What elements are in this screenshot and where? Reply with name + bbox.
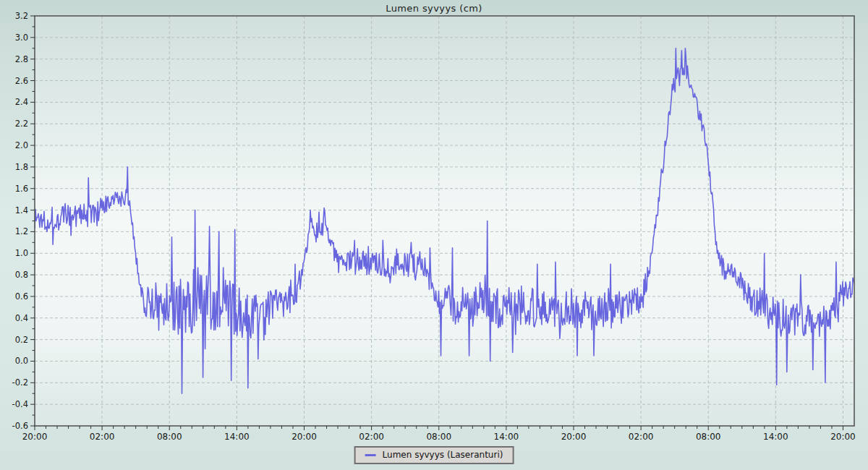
svg-text:1.4: 1.4: [15, 205, 28, 215]
chart-canvas: 20:0002:0008:0014:0020:0002:0008:0014:00…: [0, 0, 868, 470]
svg-text:0.0: 0.0: [15, 356, 28, 366]
svg-text:08:00: 08:00: [157, 432, 182, 442]
svg-text:1.0: 1.0: [15, 248, 28, 258]
svg-text:14:00: 14:00: [494, 432, 519, 442]
svg-text:0.4: 0.4: [15, 313, 28, 323]
svg-text:2.8: 2.8: [15, 54, 28, 64]
legend-label: Lumen syvyys (Laseranturi): [383, 450, 503, 460]
svg-text:2.0: 2.0: [15, 140, 28, 150]
svg-text:3.2: 3.2: [15, 11, 28, 21]
svg-text:2.4: 2.4: [15, 97, 28, 107]
svg-text:-0.2: -0.2: [12, 377, 28, 388]
svg-text:02:00: 02:00: [90, 432, 115, 442]
svg-text:0.6: 0.6: [15, 291, 28, 302]
legend-box: Lumen syvyys (Laseranturi): [354, 446, 514, 464]
y-axis-labels: 3.23.02.82.62.42.22.01.81.61.41.21.00.80…: [12, 11, 28, 431]
svg-text:1.6: 1.6: [15, 184, 28, 194]
svg-text:20:00: 20:00: [561, 432, 587, 442]
svg-text:0.8: 0.8: [15, 270, 28, 280]
svg-text:08:00: 08:00: [696, 432, 721, 442]
plot-background: [35, 16, 854, 426]
x-axis-labels: 20:0002:0008:0014:0020:0002:0008:0014:00…: [22, 432, 856, 442]
svg-text:02:00: 02:00: [629, 432, 654, 442]
svg-text:02:00: 02:00: [359, 432, 384, 442]
svg-text:08:00: 08:00: [426, 432, 451, 442]
svg-text:2.6: 2.6: [15, 76, 28, 86]
svg-text:14:00: 14:00: [763, 432, 788, 442]
svg-text:1.2: 1.2: [15, 226, 28, 236]
svg-text:20:00: 20:00: [292, 432, 317, 442]
svg-text:2.2: 2.2: [15, 119, 28, 129]
svg-text:20:00: 20:00: [22, 432, 48, 442]
chart-page: Lumen syvyys (cm) 20:0002:0008:0014:0020…: [0, 0, 868, 470]
svg-text:14:00: 14:00: [224, 432, 250, 442]
svg-text:3.0: 3.0: [15, 33, 28, 43]
svg-text:-0.6: -0.6: [12, 421, 28, 431]
svg-text:20:00: 20:00: [830, 432, 856, 442]
svg-text:0.2: 0.2: [15, 335, 28, 345]
svg-text:-0.4: -0.4: [12, 399, 28, 409]
legend-line-sample: [365, 454, 376, 456]
svg-text:1.8: 1.8: [15, 162, 28, 172]
